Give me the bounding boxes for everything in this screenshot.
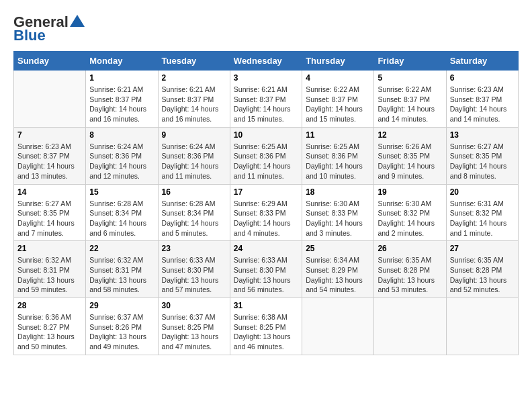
calendar-cell — [14, 71, 86, 128]
day-info: Sunrise: 6:33 AMSunset: 8:30 PMDaylight:… — [234, 255, 298, 295]
day-number: 21 — [17, 244, 82, 253]
logo-icon — [70, 15, 85, 27]
day-info: Sunrise: 6:33 AMSunset: 8:30 PMDaylight:… — [162, 255, 226, 295]
day-info: Sunrise: 6:36 AMSunset: 8:27 PMDaylight:… — [17, 312, 82, 352]
calendar-cell: 28Sunrise: 6:36 AMSunset: 8:27 PMDayligh… — [14, 298, 86, 355]
day-number: 12 — [378, 130, 442, 140]
calendar-cell: 26Sunrise: 6:35 AMSunset: 8:28 PMDayligh… — [374, 241, 446, 298]
day-number: 28 — [17, 301, 82, 310]
calendar-cell: 2Sunrise: 6:21 AMSunset: 8:37 PMDaylight… — [158, 71, 230, 128]
calendar-cell: 15Sunrise: 6:28 AMSunset: 8:34 PMDayligh… — [86, 184, 158, 241]
calendar-cell — [302, 298, 374, 355]
calendar-week-row: 21Sunrise: 6:32 AMSunset: 8:31 PMDayligh… — [14, 241, 519, 298]
header-day-friday: Friday — [374, 52, 446, 71]
day-info: Sunrise: 6:32 AMSunset: 8:31 PMDaylight:… — [17, 255, 82, 295]
day-info: Sunrise: 6:38 AMSunset: 8:25 PMDaylight:… — [234, 312, 298, 352]
day-info: Sunrise: 6:29 AMSunset: 8:33 PMDaylight:… — [234, 199, 298, 238]
calendar-cell: 19Sunrise: 6:30 AMSunset: 8:32 PMDayligh… — [374, 184, 446, 241]
day-info: Sunrise: 6:24 AMSunset: 8:36 PMDaylight:… — [162, 142, 226, 181]
calendar-cell: 18Sunrise: 6:30 AMSunset: 8:33 PMDayligh… — [302, 184, 374, 241]
day-number: 16 — [162, 187, 226, 197]
calendar-cell: 21Sunrise: 6:32 AMSunset: 8:31 PMDayligh… — [14, 241, 86, 298]
calendar-cell: 5Sunrise: 6:22 AMSunset: 8:37 PMDaylight… — [374, 71, 446, 128]
calendar-cell: 14Sunrise: 6:27 AMSunset: 8:35 PMDayligh… — [14, 184, 86, 241]
day-info: Sunrise: 6:37 AMSunset: 8:25 PMDaylight:… — [162, 312, 226, 352]
day-number: 17 — [234, 187, 298, 197]
header-day-thursday: Thursday — [302, 52, 374, 71]
calendar-cell: 12Sunrise: 6:26 AMSunset: 8:35 PMDayligh… — [374, 127, 446, 184]
day-number: 1 — [89, 73, 154, 83]
day-info: Sunrise: 6:28 AMSunset: 8:34 PMDaylight:… — [89, 199, 154, 238]
day-number: 29 — [89, 301, 154, 310]
day-info: Sunrise: 6:25 AMSunset: 8:36 PMDaylight:… — [234, 142, 298, 181]
calendar-cell: 4Sunrise: 6:22 AMSunset: 8:37 PMDaylight… — [302, 71, 374, 128]
day-number: 26 — [378, 244, 442, 253]
calendar-cell: 10Sunrise: 6:25 AMSunset: 8:36 PMDayligh… — [230, 127, 302, 184]
calendar-week-row: 1Sunrise: 6:21 AMSunset: 8:37 PMDaylight… — [14, 71, 519, 128]
day-info: Sunrise: 6:35 AMSunset: 8:28 PMDaylight:… — [450, 255, 515, 295]
calendar-week-row: 7Sunrise: 6:23 AMSunset: 8:37 PMDaylight… — [14, 127, 519, 184]
calendar-cell: 6Sunrise: 6:23 AMSunset: 8:37 PMDaylight… — [446, 71, 518, 128]
day-info: Sunrise: 6:21 AMSunset: 8:37 PMDaylight:… — [89, 85, 154, 124]
day-info: Sunrise: 6:37 AMSunset: 8:26 PMDaylight:… — [89, 312, 154, 352]
header-day-wednesday: Wednesday — [230, 52, 302, 71]
day-info: Sunrise: 6:24 AMSunset: 8:36 PMDaylight:… — [89, 142, 154, 181]
day-info: Sunrise: 6:28 AMSunset: 8:34 PMDaylight:… — [162, 199, 226, 238]
calendar-cell: 11Sunrise: 6:25 AMSunset: 8:36 PMDayligh… — [302, 127, 374, 184]
day-number: 31 — [234, 301, 298, 310]
calendar-cell: 16Sunrise: 6:28 AMSunset: 8:34 PMDayligh… — [158, 184, 230, 241]
day-number: 8 — [89, 130, 154, 140]
day-info: Sunrise: 6:21 AMSunset: 8:37 PMDaylight:… — [234, 85, 298, 124]
day-number: 4 — [306, 73, 370, 83]
calendar-cell: 23Sunrise: 6:33 AMSunset: 8:30 PMDayligh… — [158, 241, 230, 298]
calendar-cell: 27Sunrise: 6:35 AMSunset: 8:28 PMDayligh… — [446, 241, 518, 298]
logo: General Blue — [13, 13, 85, 44]
day-info: Sunrise: 6:32 AMSunset: 8:31 PMDaylight:… — [89, 255, 154, 295]
day-number: 19 — [378, 187, 442, 197]
calendar-cell: 7Sunrise: 6:23 AMSunset: 8:37 PMDaylight… — [14, 127, 86, 184]
calendar-cell: 25Sunrise: 6:34 AMSunset: 8:29 PMDayligh… — [302, 241, 374, 298]
day-number: 5 — [378, 73, 442, 83]
day-info: Sunrise: 6:22 AMSunset: 8:37 PMDaylight:… — [378, 85, 442, 124]
calendar-table: SundayMondayTuesdayWednesdayThursdayFrid… — [13, 51, 519, 355]
day-number: 7 — [17, 130, 82, 140]
calendar-cell: 1Sunrise: 6:21 AMSunset: 8:37 PMDaylight… — [86, 71, 158, 128]
calendar-cell: 30Sunrise: 6:37 AMSunset: 8:25 PMDayligh… — [158, 298, 230, 355]
day-number: 14 — [17, 187, 82, 197]
logo-blue: Blue — [13, 27, 46, 44]
day-number: 22 — [89, 244, 154, 253]
day-number: 27 — [450, 244, 515, 253]
day-number: 11 — [306, 130, 370, 140]
day-number: 20 — [450, 187, 515, 197]
day-number: 24 — [234, 244, 298, 253]
header-day-saturday: Saturday — [446, 52, 518, 71]
day-number: 3 — [234, 73, 298, 83]
day-info: Sunrise: 6:22 AMSunset: 8:37 PMDaylight:… — [306, 85, 370, 124]
svg-marker-0 — [70, 15, 85, 27]
calendar-week-row: 14Sunrise: 6:27 AMSunset: 8:35 PMDayligh… — [14, 184, 519, 241]
day-number: 9 — [162, 130, 226, 140]
day-info: Sunrise: 6:23 AMSunset: 8:37 PMDaylight:… — [17, 142, 82, 181]
day-number: 25 — [306, 244, 370, 253]
day-number: 13 — [450, 130, 515, 140]
day-number: 30 — [162, 301, 226, 310]
day-info: Sunrise: 6:27 AMSunset: 8:35 PMDaylight:… — [17, 199, 82, 238]
header-day-monday: Monday — [86, 52, 158, 71]
calendar-cell — [446, 298, 518, 355]
calendar-cell: 31Sunrise: 6:38 AMSunset: 8:25 PMDayligh… — [230, 298, 302, 355]
day-number: 6 — [450, 73, 515, 83]
day-info: Sunrise: 6:34 AMSunset: 8:29 PMDaylight:… — [306, 255, 370, 295]
calendar-cell: 13Sunrise: 6:27 AMSunset: 8:35 PMDayligh… — [446, 127, 518, 184]
calendar-cell: 22Sunrise: 6:32 AMSunset: 8:31 PMDayligh… — [86, 241, 158, 298]
day-info: Sunrise: 6:30 AMSunset: 8:33 PMDaylight:… — [306, 199, 370, 238]
header-day-sunday: Sunday — [14, 52, 86, 71]
day-info: Sunrise: 6:30 AMSunset: 8:32 PMDaylight:… — [378, 199, 442, 238]
day-info: Sunrise: 6:27 AMSunset: 8:35 PMDaylight:… — [450, 142, 515, 181]
page-header: General Blue — [13, 13, 519, 44]
calendar-cell: 20Sunrise: 6:31 AMSunset: 8:32 PMDayligh… — [446, 184, 518, 241]
calendar-cell: 17Sunrise: 6:29 AMSunset: 8:33 PMDayligh… — [230, 184, 302, 241]
day-info: Sunrise: 6:26 AMSunset: 8:35 PMDaylight:… — [378, 142, 442, 181]
calendar-cell: 3Sunrise: 6:21 AMSunset: 8:37 PMDaylight… — [230, 71, 302, 128]
calendar-header-row: SundayMondayTuesdayWednesdayThursdayFrid… — [14, 52, 519, 71]
day-number: 2 — [162, 73, 226, 83]
